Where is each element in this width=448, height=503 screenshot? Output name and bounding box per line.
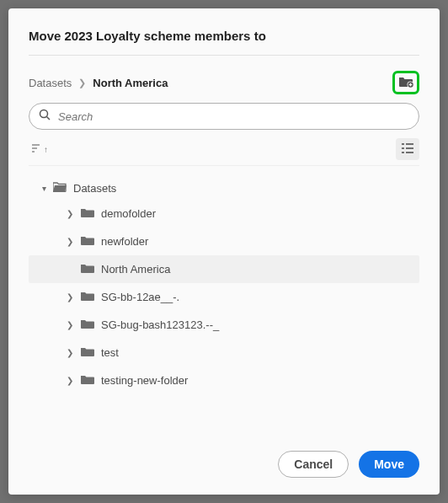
svg-rect-12 <box>406 152 413 153</box>
dialog-footer: Cancel Move <box>29 437 419 478</box>
chevron-down-icon: ▾ <box>42 184 46 193</box>
toolbar: ↑ <box>29 138 419 166</box>
svg-point-2 <box>40 110 48 118</box>
chevron-right-icon: ❯ <box>66 209 74 218</box>
folder-tree: ▾ Datasets ❯demofolder❯newfolder❯North A… <box>29 176 419 437</box>
tree-item[interactable]: ❯North America <box>29 255 419 283</box>
header-row: Datasets ❯ North America <box>29 71 419 94</box>
dialog-title: Move 2023 Loyalty scheme members to <box>29 29 419 56</box>
search-icon <box>39 109 51 124</box>
search-input[interactable] <box>29 103 419 130</box>
folder-icon <box>81 318 94 331</box>
chevron-right-icon: ❯ <box>66 292 74 302</box>
chevron-right-icon: ❯ <box>78 78 86 88</box>
folder-icon <box>81 291 94 303</box>
sort-button[interactable]: ↑ <box>29 141 51 158</box>
folder-icon <box>81 263 94 276</box>
svg-rect-7 <box>402 143 404 145</box>
tree-item-label: SG-bug-bash123123.--_ <box>101 318 219 331</box>
cancel-button[interactable]: Cancel <box>278 451 349 478</box>
view-toggle-button[interactable] <box>396 138 419 160</box>
tree-item[interactable]: ❯SG-bug-bash123123.--_ <box>29 311 419 339</box>
tree-item-label: test <box>101 346 119 359</box>
tree-item-label: North America <box>101 263 170 276</box>
chevron-right-icon: ❯ <box>66 320 74 329</box>
sort-arrow-icon: ↑ <box>44 145 48 154</box>
svg-line-3 <box>47 117 51 120</box>
new-folder-icon <box>398 75 413 91</box>
tree-item-label: testing-new-folder <box>101 374 188 387</box>
tree-item[interactable]: ❯testing-new-folder <box>29 367 419 394</box>
breadcrumb-root[interactable]: Datasets <box>29 77 72 89</box>
folder-open-icon <box>53 181 67 195</box>
move-button[interactable]: Move <box>359 451 419 478</box>
folder-icon <box>81 346 94 359</box>
tree-root-item[interactable]: ▾ Datasets <box>29 176 419 200</box>
folder-icon <box>81 235 94 248</box>
tree-item-label: newfolder <box>101 235 148 248</box>
tree-item[interactable]: ❯newfolder <box>29 227 419 255</box>
svg-rect-11 <box>402 152 404 153</box>
svg-rect-10 <box>406 147 413 149</box>
folder-icon <box>81 207 94 220</box>
tree-item[interactable]: ❯SG-bb-12ae__-. <box>29 283 419 311</box>
new-folder-button[interactable] <box>392 71 419 94</box>
chevron-right-icon: ❯ <box>66 237 74 246</box>
move-dialog: Move 2023 Loyalty scheme members to Data… <box>8 8 440 495</box>
sort-icon <box>32 144 42 154</box>
chevron-right-icon: ❯ <box>66 348 74 357</box>
tree-item[interactable]: ❯demofolder <box>29 200 419 227</box>
tree-item-label: demofolder <box>101 207 156 220</box>
svg-rect-9 <box>402 147 404 149</box>
tree-item-label: SG-bb-12ae__-. <box>101 291 179 303</box>
breadcrumb-current: North America <box>93 77 168 89</box>
folder-icon <box>81 374 94 387</box>
search-field <box>29 103 419 130</box>
tree-root-label: Datasets <box>73 182 116 195</box>
chevron-right-icon: ❯ <box>66 376 74 385</box>
tree-item[interactable]: ❯test <box>29 339 419 367</box>
svg-rect-8 <box>406 143 413 145</box>
breadcrumb: Datasets ❯ North America <box>29 77 168 89</box>
list-view-icon <box>402 142 413 157</box>
